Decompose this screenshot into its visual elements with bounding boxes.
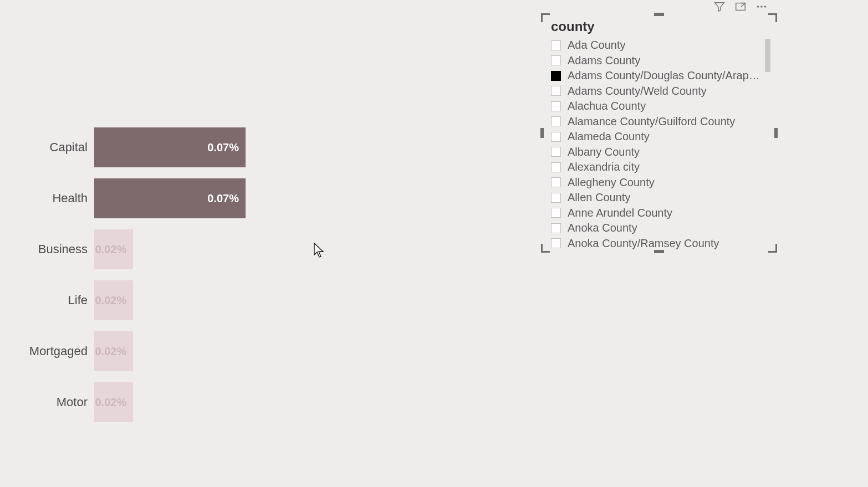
slicer-item[interactable]: Alachua County <box>551 99 760 114</box>
slicer-item-label: Alamance County/Guilford County <box>568 115 735 128</box>
slicer-title: county <box>551 19 595 34</box>
checkbox-icon[interactable] <box>551 223 561 233</box>
checkbox-icon[interactable] <box>551 208 561 218</box>
bar-label: Capital <box>0 140 94 155</box>
slicer-item[interactable]: Adams County/Weld County <box>551 84 760 99</box>
checkbox-icon[interactable] <box>551 71 561 81</box>
slicer-item[interactable]: Allegheny County <box>551 175 760 191</box>
svg-point-2 <box>760 6 763 8</box>
bar-value: 0.02% <box>95 396 126 409</box>
bar-row[interactable]: Capital 0.07% <box>0 127 532 167</box>
checkbox-icon[interactable] <box>551 132 561 142</box>
checkbox-icon[interactable] <box>551 101 561 111</box>
slicer-item[interactable]: Anoka County/Ramsey County <box>551 236 760 250</box>
slicer-item[interactable]: Ada County <box>551 38 760 53</box>
slicer-item-label: Alexandria city <box>568 161 640 173</box>
slicer-item-label: Allegheny County <box>568 176 655 189</box>
slicer-item[interactable]: Anne Arundel County <box>551 206 760 221</box>
bar-chart[interactable]: Capital 0.07% Health 0.07% Business 0.02… <box>0 127 532 433</box>
bar-track: 0.02% <box>94 229 527 269</box>
slicer-item-label: Alameda County <box>568 130 650 143</box>
selection-handle[interactable] <box>768 244 777 253</box>
bar-value: 0.07% <box>207 141 239 154</box>
slicer-item-label: Adams County/Douglas County/Arapahoe ... <box>568 69 760 82</box>
bar-track: 0.07% <box>94 178 527 218</box>
slicer-item[interactable]: Adams County <box>551 53 760 69</box>
bar-track: 0.02% <box>94 382 527 422</box>
selection-handle[interactable] <box>541 244 550 253</box>
slicer-item-label: Anoka County/Ramsey County <box>568 237 719 249</box>
selection-handle[interactable] <box>768 13 777 22</box>
slicer-item-label: Adams County/Weld County <box>568 85 707 98</box>
bar-value: 0.02% <box>95 345 126 358</box>
checkbox-icon[interactable] <box>551 238 561 248</box>
slicer-item[interactable]: Allen County <box>551 190 760 206</box>
selection-handle[interactable] <box>540 128 544 138</box>
bar-label: Health <box>0 191 94 206</box>
county-slicer[interactable]: county Ada County Adams County Adams Cou… <box>541 13 777 253</box>
checkbox-icon[interactable] <box>551 55 561 65</box>
bar-fill[interactable]: 0.02% <box>94 331 133 371</box>
bar-fill[interactable]: 0.02% <box>94 280 133 320</box>
bar-track: 0.07% <box>94 127 527 167</box>
slicer-item-label: Adams County <box>568 54 640 67</box>
slicer-item[interactable]: Anoka County <box>551 221 760 236</box>
selection-handle[interactable] <box>654 250 664 253</box>
checkbox-icon[interactable] <box>551 147 561 157</box>
checkbox-icon[interactable] <box>551 116 561 126</box>
bar-label: Life <box>0 293 94 307</box>
checkbox-icon[interactable] <box>551 193 561 203</box>
bar-row[interactable]: Health 0.07% <box>0 178 532 218</box>
slicer-item-label: Anoka County <box>568 222 637 234</box>
slicer-item[interactable]: Alameda County <box>551 129 760 145</box>
bar-track: 0.02% <box>94 331 527 371</box>
slicer-item-label: Albany County <box>568 146 640 158</box>
bar-value: 0.02% <box>95 243 126 256</box>
bar-fill[interactable]: 0.02% <box>94 229 133 269</box>
selection-handle[interactable] <box>654 13 664 16</box>
slicer-item[interactable]: Alamance County/Guilford County <box>551 114 760 130</box>
selection-handle[interactable] <box>541 13 550 22</box>
scrollbar-thumb[interactable] <box>765 39 770 72</box>
bar-fill[interactable]: 0.02% <box>94 382 133 422</box>
svg-point-3 <box>764 6 767 8</box>
bar-fill[interactable]: 0.07% <box>94 127 246 167</box>
bar-row[interactable]: Business 0.02% <box>0 229 532 269</box>
slicer-item-label: Anne Arundel County <box>568 207 672 219</box>
bar-label: Business <box>0 242 94 257</box>
checkbox-icon[interactable] <box>551 86 561 96</box>
slicer-item-label: Ada County <box>568 39 626 52</box>
bar-label: Mortgaged <box>0 344 94 358</box>
bar-row[interactable]: Life 0.02% <box>0 280 532 320</box>
bar-track: 0.02% <box>94 280 527 320</box>
slicer-item[interactable]: Adams County/Douglas County/Arapahoe ... <box>551 68 760 84</box>
bar-row[interactable]: Mortgaged 0.02% <box>0 331 532 371</box>
checkbox-icon[interactable] <box>551 162 561 172</box>
selection-handle[interactable] <box>774 128 778 138</box>
bar-row[interactable]: Motor 0.02% <box>0 382 532 422</box>
slicer-item-label: Allen County <box>568 191 630 204</box>
svg-point-1 <box>757 6 759 8</box>
bar-fill[interactable]: 0.07% <box>94 178 246 218</box>
slicer-item[interactable]: Albany County <box>551 145 760 160</box>
checkbox-icon[interactable] <box>551 40 561 50</box>
bar-value: 0.07% <box>207 192 239 205</box>
slicer-list: Ada County Adams County Adams County/Dou… <box>551 38 760 249</box>
slicer-item[interactable]: Alexandria city <box>551 160 760 175</box>
bar-value: 0.02% <box>95 294 126 307</box>
checkbox-icon[interactable] <box>551 177 561 187</box>
bar-label: Motor <box>0 395 94 409</box>
slicer-item-label: Alachua County <box>568 100 646 112</box>
